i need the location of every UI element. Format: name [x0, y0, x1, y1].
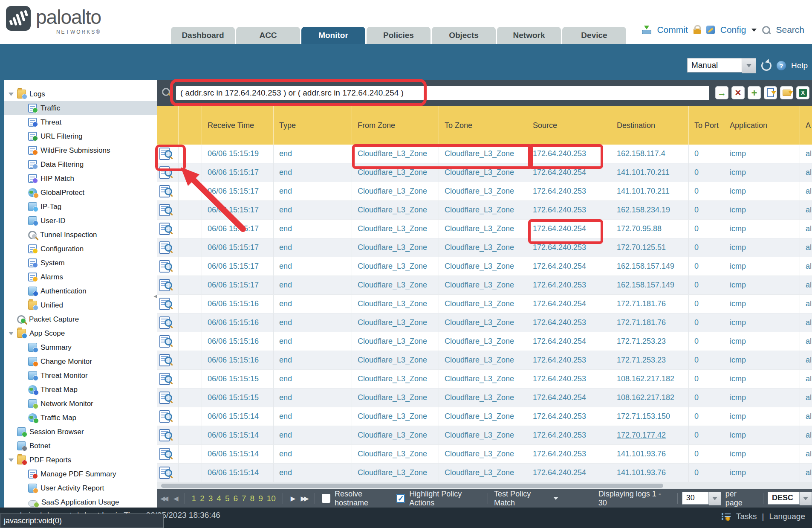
cell-to-zone[interactable]: Cloudflare_L3_Zone [439, 276, 527, 294]
refresh-mode-select[interactable]: Manual [687, 58, 756, 73]
cell-destination[interactable]: 162.158.157.149 [611, 276, 689, 294]
page-number-4[interactable]: 4 [217, 494, 221, 503]
log-detail-icon[interactable] [159, 148, 170, 160]
page-number-2[interactable]: 2 [200, 494, 205, 503]
cell-time[interactable]: 06/06 15:15:17 [202, 276, 274, 294]
cell-time[interactable]: 06/06 15:15:15 [202, 370, 274, 388]
cell-action[interactable]: al [800, 464, 812, 482]
cell-to-zone[interactable]: Cloudflare_L3_Zone [439, 370, 527, 388]
log-detail-icon[interactable] [159, 241, 170, 254]
log-detail-icon[interactable] [159, 410, 170, 423]
cell-time[interactable]: 06/06 15:15:16 [202, 351, 274, 369]
cell-source[interactable]: 172.64.240.253 [527, 145, 611, 163]
cell-time[interactable]: 06/06 15:15:19 [202, 145, 274, 163]
log-detail-icon[interactable] [159, 335, 170, 348]
cell-application[interactable]: icmp [724, 220, 800, 238]
sidebar-item-summary[interactable]: Summary [4, 340, 157, 354]
test-policy-match-button[interactable]: Test Policy Match [494, 490, 558, 508]
sidebar-item-manage-pdf-summary[interactable]: Manage PDF Summary [4, 467, 157, 481]
cell-action[interactable]: al [800, 145, 812, 163]
cell-destination[interactable]: 172.71.153.150 [611, 407, 689, 426]
cell-source[interactable]: 172.64.240.253 [527, 238, 611, 257]
cell-type[interactable]: end [274, 426, 352, 444]
cell-source[interactable]: 172.64.240.253 [527, 407, 611, 426]
cell-destination[interactable]: 172.71.181.76 [611, 313, 689, 332]
cell-type[interactable]: end [274, 295, 352, 313]
cell-destination[interactable]: 172.70.177.42 [611, 426, 689, 444]
cell-application[interactable]: icmp [724, 426, 800, 444]
cell-type[interactable]: end [274, 201, 352, 219]
column-header-application[interactable]: Application [724, 106, 800, 145]
cell-application[interactable]: icmp [724, 313, 800, 332]
load-filter-folder-icon[interactable] [780, 86, 793, 99]
per-page-select[interactable]: 30 [682, 492, 721, 505]
cell-action[interactable]: al [800, 445, 812, 463]
cell-application[interactable]: icmp [724, 332, 800, 351]
next-page-button[interactable]: ▶ [291, 495, 294, 502]
resolve-hostname-checkbox[interactable] [322, 494, 330, 503]
log-detail-icon[interactable] [159, 298, 170, 310]
log-detail-icon[interactable] [159, 204, 170, 216]
expander-triangle-icon[interactable] [9, 458, 14, 464]
help-link[interactable]: Help [791, 61, 808, 70]
cell-application[interactable]: icmp [724, 464, 800, 482]
cell-action[interactable]: al [800, 257, 812, 276]
cell-from-zone[interactable]: Cloudflare_L3_Zone [352, 313, 439, 332]
sidebar-item-threat[interactable]: Threat [4, 115, 157, 129]
sort-order-select[interactable]: DESC [768, 492, 812, 505]
log-detail-icon[interactable] [159, 223, 170, 235]
cell-destination[interactable]: 141.101.93.76 [611, 464, 689, 482]
cell-application[interactable]: icmp [724, 370, 800, 388]
cell-action[interactable]: al [800, 407, 812, 426]
cell-source[interactable]: 172.64.240.253 [527, 313, 611, 332]
cell-to-port[interactable]: 0 [689, 332, 724, 351]
cell-to-zone[interactable]: Cloudflare_L3_Zone [439, 220, 527, 238]
cell-time[interactable]: 06/06 15:15:17 [202, 257, 274, 276]
sidebar-item-change-monitor[interactable]: Change Monitor [4, 354, 157, 368]
cell-to-port[interactable]: 0 [689, 276, 724, 294]
page-number-1[interactable]: 1 [192, 494, 196, 503]
cell-source[interactable]: 172.64.240.254 [527, 257, 611, 276]
cell-time[interactable]: 06/06 15:15:17 [202, 201, 274, 219]
sidebar-item-threat-map[interactable]: Threat Map [4, 383, 157, 397]
cell-to-zone[interactable]: Cloudflare_L3_Zone [439, 257, 527, 276]
config-caret-icon[interactable] [751, 29, 757, 34]
cell-from-zone[interactable]: Cloudflare_L3_Zone [352, 407, 439, 426]
cell-from-zone[interactable]: Cloudflare_L3_Zone [352, 201, 439, 219]
cell-source[interactable]: 172.64.240.254 [527, 332, 611, 351]
config-button[interactable]: Config [720, 25, 746, 35]
cell-destination[interactable]: 172.70.125.51 [611, 238, 689, 257]
sidebar-item-data-filtering[interactable]: Data Filtering [4, 157, 157, 171]
cell-to-zone[interactable]: Cloudflare_L3_Zone [439, 163, 527, 182]
cell-to-port[interactable]: 0 [689, 295, 724, 313]
tasks-link[interactable]: Tasks [736, 512, 757, 521]
page-number-6[interactable]: 6 [233, 494, 238, 503]
cell-to-zone[interactable]: Cloudflare_L3_Zone [439, 464, 527, 482]
first-page-button[interactable]: ◀◀ [160, 495, 167, 502]
sidebar-item-app-scope[interactable]: App Scope [4, 326, 157, 340]
cell-to-port[interactable]: 0 [689, 238, 724, 257]
sidebar-item-packet-capture[interactable]: Packet Capture [4, 312, 157, 326]
cell-type[interactable]: end [274, 257, 352, 276]
cell-destination[interactable]: 141.101.93.76 [611, 445, 689, 463]
cell-action[interactable]: al [800, 332, 812, 351]
cell-to-zone[interactable]: Cloudflare_L3_Zone [439, 426, 527, 444]
cell-to-port[interactable]: 0 [689, 163, 724, 182]
cell-application[interactable]: icmp [724, 389, 800, 407]
sidebar-item-traffic[interactable]: Traffic [4, 101, 157, 115]
sidebar-item-user-activity-report[interactable]: User Activity Report [4, 481, 157, 495]
cell-to-zone[interactable]: Cloudflare_L3_Zone [439, 295, 527, 313]
column-header-to-port[interactable]: To Port [689, 106, 724, 145]
cell-destination[interactable]: 108.162.217.182 [611, 370, 689, 388]
commit-button[interactable]: Commit [657, 25, 688, 35]
filter-input[interactable]: ( addr.src in 172.64.240.253 ) or ( addr… [176, 86, 709, 100]
log-detail-icon[interactable] [159, 185, 170, 197]
highlight-policy-actions-checkbox[interactable]: ✓ [396, 494, 405, 503]
cell-to-zone[interactable]: Cloudflare_L3_Zone [439, 182, 527, 200]
sidebar-item-hip-match[interactable]: HIP Match [4, 171, 157, 186]
sidebar-item-user-id[interactable]: User-ID [4, 214, 157, 228]
add-filter-button[interactable]: + [748, 86, 761, 99]
cell-type[interactable]: end [274, 145, 352, 163]
cell-to-port[interactable]: 0 [689, 426, 724, 444]
log-detail-icon[interactable] [159, 392, 170, 404]
